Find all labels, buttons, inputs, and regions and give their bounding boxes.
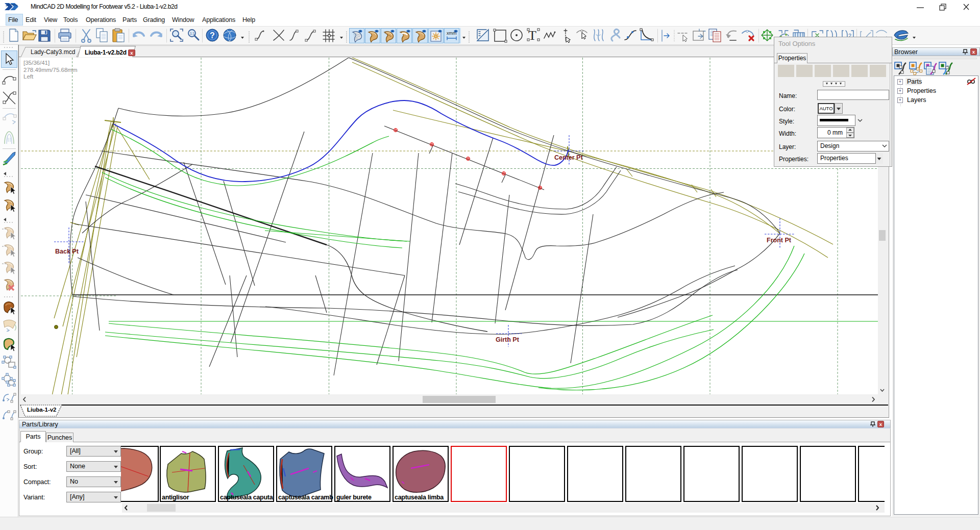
svg-text:Back Pt: Back Pt — [55, 248, 79, 255]
svg-text:Center Pt: Center Pt — [554, 154, 583, 161]
svg-text:Front Pt: Front Pt — [767, 237, 792, 244]
svg-text:Girth Pt: Girth Pt — [496, 336, 520, 343]
svg-text:1:1: 1:1 — [190, 32, 195, 35]
svg-text:?: ? — [210, 31, 215, 40]
